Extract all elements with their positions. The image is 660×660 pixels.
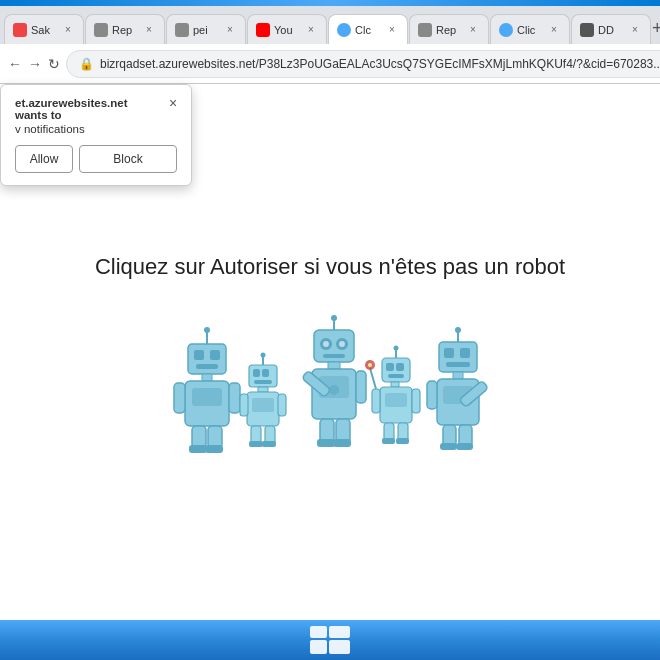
tab-7-favicon: [499, 23, 513, 37]
svg-rect-26: [262, 369, 269, 377]
tab-7[interactable]: Clic ×: [490, 14, 570, 44]
svg-rect-12: [196, 364, 218, 369]
tab-4-label: You: [274, 24, 300, 36]
svg-rect-44: [323, 354, 345, 358]
popup-message-text: v notifications: [15, 123, 177, 135]
svg-rect-64: [372, 389, 380, 413]
windows-logo: [310, 626, 350, 654]
popup-site-text: et.azurewebsites.net wants to: [15, 97, 177, 121]
svg-rect-18: [192, 426, 206, 448]
svg-rect-27: [254, 380, 272, 384]
popup-buttons: Allow Block: [15, 145, 177, 173]
svg-rect-71: [382, 438, 395, 444]
url-bar[interactable]: 🔒 bizrqadset.azurewebsites.net/P38Lz3PoU…: [66, 50, 660, 78]
svg-rect-15: [192, 388, 222, 406]
tab-6-close[interactable]: ×: [466, 23, 480, 37]
tab-5-close[interactable]: ×: [385, 23, 399, 37]
tab-2-label: Rep: [112, 24, 138, 36]
robots-svg: [170, 310, 490, 470]
svg-point-23: [261, 353, 266, 358]
svg-rect-63: [385, 393, 407, 407]
popup-close-button[interactable]: ×: [163, 93, 183, 113]
tab-6[interactable]: Rep ×: [409, 14, 489, 44]
tab-7-label: Clic: [517, 24, 543, 36]
tab-8-close[interactable]: ×: [628, 23, 642, 37]
taskbar: [0, 620, 660, 660]
svg-rect-83: [427, 381, 437, 409]
svg-rect-45: [328, 362, 340, 369]
svg-rect-31: [240, 394, 248, 416]
tab-4-favicon: [256, 23, 270, 37]
back-button[interactable]: ←: [8, 52, 22, 76]
svg-rect-72: [396, 438, 409, 444]
svg-rect-87: [456, 443, 473, 450]
address-bar: ← → ↻ 🔒 bizrqadset.azurewebsites.net/P38…: [0, 44, 660, 84]
svg-point-38: [331, 315, 337, 321]
tab-5-label: Clc: [355, 24, 381, 36]
svg-rect-13: [202, 374, 212, 381]
tab-2-close[interactable]: ×: [142, 23, 156, 37]
svg-rect-30: [252, 398, 274, 412]
svg-rect-90: [310, 640, 327, 654]
svg-line-65: [370, 368, 376, 389]
svg-rect-28: [258, 387, 268, 392]
tab-5-active[interactable]: Clc ×: [328, 14, 408, 44]
allow-button[interactable]: Allow: [15, 145, 73, 173]
tab-7-close[interactable]: ×: [547, 23, 561, 37]
svg-point-8: [204, 327, 210, 333]
tab-6-favicon: [418, 23, 432, 37]
svg-rect-50: [356, 371, 366, 403]
svg-rect-36: [262, 441, 276, 447]
svg-point-43: [339, 341, 345, 347]
svg-rect-32: [278, 394, 286, 416]
forward-button[interactable]: →: [28, 52, 42, 76]
tab-4-close[interactable]: ×: [304, 23, 318, 37]
svg-rect-91: [329, 640, 350, 654]
svg-point-56: [394, 346, 399, 351]
page-heading: Cliquez sur Autoriser si vous n'êtes pas…: [95, 254, 565, 280]
svg-rect-35: [249, 441, 263, 447]
tab-bar: Sak × Rep × pei × You × Clc × Rep × Clic…: [0, 6, 660, 44]
tab-8[interactable]: DD ×: [571, 14, 651, 44]
tab-6-label: Rep: [436, 24, 462, 36]
tab-2[interactable]: Rep ×: [85, 14, 165, 44]
tab-1-close[interactable]: ×: [61, 23, 75, 37]
tab-5-favicon: [337, 23, 351, 37]
svg-rect-21: [205, 445, 223, 453]
svg-rect-78: [446, 362, 470, 367]
svg-rect-53: [317, 439, 335, 447]
svg-rect-57: [382, 358, 410, 382]
svg-rect-25: [253, 369, 260, 377]
lock-icon: 🔒: [79, 57, 94, 71]
notification-popup: × et.azurewebsites.net wants to v notifi…: [0, 84, 192, 186]
tab-3-favicon: [175, 23, 189, 37]
tab-2-favicon: [94, 23, 108, 37]
tab-3[interactable]: pei ×: [166, 14, 246, 44]
tab-8-label: DD: [598, 24, 624, 36]
svg-rect-68: [412, 389, 420, 413]
tab-3-close[interactable]: ×: [223, 23, 237, 37]
new-tab-button[interactable]: +: [652, 14, 660, 42]
svg-rect-11: [210, 350, 220, 360]
svg-rect-54: [333, 439, 351, 447]
svg-rect-16: [174, 383, 185, 413]
tab-8-favicon: [580, 23, 594, 37]
refresh-button[interactable]: ↻: [48, 52, 60, 76]
page-content: × et.azurewebsites.net wants to v notifi…: [0, 84, 660, 620]
svg-rect-17: [229, 383, 240, 413]
svg-rect-77: [460, 348, 470, 358]
svg-rect-79: [453, 372, 463, 379]
svg-rect-10: [194, 350, 204, 360]
svg-rect-19: [208, 426, 222, 448]
svg-rect-59: [396, 363, 404, 371]
svg-rect-20: [189, 445, 207, 453]
url-text: bizrqadset.azurewebsites.net/P38Lz3PoUGa…: [100, 57, 660, 71]
svg-rect-9: [188, 344, 226, 374]
tab-1[interactable]: Sak ×: [4, 14, 84, 44]
block-button[interactable]: Block: [79, 145, 177, 173]
svg-rect-61: [391, 382, 399, 387]
svg-point-67: [368, 363, 372, 367]
svg-point-42: [323, 341, 329, 347]
svg-point-74: [455, 327, 461, 333]
tab-4[interactable]: You ×: [247, 14, 327, 44]
